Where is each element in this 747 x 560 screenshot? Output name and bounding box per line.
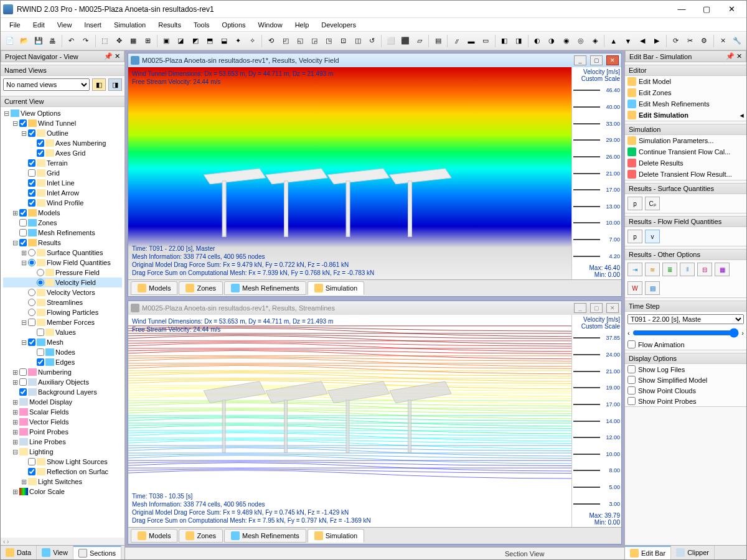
- sim-item[interactable]: Continue Transient Flow Cal...: [625, 146, 746, 157]
- rfq-btn-v[interactable]: v: [645, 230, 660, 243]
- tree-checkbox[interactable]: [28, 458, 35, 465]
- tree-checkbox[interactable]: [37, 149, 44, 157]
- tree-item[interactable]: ⊟Wind Tunnel: [3, 118, 122, 128]
- rsq-btn-Cₚ[interactable]: Cₚ: [645, 197, 660, 210]
- doc-minimize[interactable]: _: [574, 303, 586, 313]
- tree-checkbox[interactable]: [28, 338, 35, 346]
- tree-checkbox[interactable]: [28, 199, 35, 207]
- tree-item[interactable]: ⊞Light Switches: [3, 477, 122, 487]
- doc-titlebar[interactable]: M0025-Plaza Anoeta-sin resultados-rev1*,…: [128, 301, 621, 315]
- toolbar-btn-51[interactable]: ◀: [636, 34, 649, 48]
- toolbar-btn-36[interactable]: ⫽: [450, 34, 463, 48]
- display-option[interactable]: Show Point Probes: [625, 396, 746, 406]
- tree-checkbox[interactable]: [37, 139, 44, 147]
- toolbar-btn-44[interactable]: ◑: [545, 34, 558, 48]
- tree-checkbox[interactable]: [19, 219, 27, 226]
- opt-btn-2[interactable]: ≋: [645, 263, 660, 276]
- tree-checkbox[interactable]: [37, 348, 44, 356]
- tree-item[interactable]: ⊟Results: [3, 238, 122, 248]
- toolbar-btn-28[interactable]: ↺: [365, 34, 378, 48]
- tab-sections[interactable]: Sections: [73, 546, 121, 559]
- toolbar-btn-6[interactable]: ↷: [79, 34, 92, 48]
- tree-checkbox[interactable]: [19, 388, 27, 396]
- tree-item[interactable]: ⊞Vector Fields: [3, 417, 122, 427]
- rfq-btn-p[interactable]: p: [627, 230, 642, 243]
- toolbar-btn-25[interactable]: ◳: [322, 34, 336, 48]
- toolbar-btn-55[interactable]: ✂: [684, 34, 697, 48]
- toolbar-btn-46[interactable]: ◎: [574, 34, 587, 48]
- tree-item[interactable]: ⊟Flow Field Quantities: [3, 258, 122, 268]
- tree-item[interactable]: Values: [3, 327, 122, 337]
- opt-btn-4[interactable]: ⫴: [680, 263, 695, 276]
- opt-btn-1[interactable]: ⇥: [627, 263, 642, 276]
- tree-checkbox[interactable]: [28, 289, 35, 296]
- menu-developers[interactable]: Developers: [315, 20, 362, 30]
- tree-item[interactable]: Pressure Field: [3, 268, 122, 278]
- tree-checkbox[interactable]: [37, 269, 44, 276]
- tree-checkbox[interactable]: [19, 229, 27, 236]
- tree-item[interactable]: ⊟Mesh: [3, 337, 122, 347]
- pin-icon[interactable]: 📌: [104, 52, 113, 60]
- toolbar-btn-2[interactable]: 💾: [32, 34, 45, 48]
- tree-item[interactable]: ⊞Line Probes: [3, 437, 122, 447]
- display-option[interactable]: Show Simplified Model: [625, 375, 746, 385]
- editor-item[interactable]: Edit Mesh Refinements: [625, 98, 746, 110]
- timestep-select[interactable]: T091 - 22.00 [s], Maste: [627, 314, 744, 324]
- tree-item[interactable]: Grid: [3, 168, 122, 178]
- toolbar-btn-8[interactable]: ⬚: [98, 34, 111, 48]
- tree-checkbox[interactable]: [19, 368, 27, 376]
- minimize-button[interactable]: —: [669, 1, 694, 18]
- toolbar-btn-56[interactable]: ⚙: [698, 34, 711, 48]
- opt-btn-grid[interactable]: ▤: [645, 281, 660, 295]
- toolbar-btn-11[interactable]: ⊞: [141, 34, 154, 48]
- toolbar-btn-13[interactable]: ▣: [160, 34, 173, 48]
- menu-window[interactable]: Window: [252, 20, 289, 30]
- flow-animation-checkbox[interactable]: [627, 340, 636, 348]
- tree-checkbox[interactable]: [19, 209, 27, 217]
- editor-item[interactable]: Edit Zones: [625, 87, 746, 98]
- toolbar-btn-5[interactable]: ↶: [65, 34, 78, 48]
- toolbar-btn-32[interactable]: ▱: [413, 34, 426, 48]
- toolbar-btn-1[interactable]: 📂: [17, 34, 31, 48]
- tree-item[interactable]: Mesh Refinements: [3, 228, 122, 238]
- doc-tab-models[interactable]: Models: [131, 529, 177, 543]
- menu-simulation[interactable]: Simulation: [108, 20, 152, 30]
- tree-item[interactable]: ⊞Surface Quantities: [3, 248, 122, 258]
- tree-checkbox[interactable]: [19, 119, 27, 127]
- menu-tools[interactable]: Tools: [187, 20, 216, 30]
- tree-item[interactable]: ⊟View Options: [3, 108, 122, 118]
- doc-close[interactable]: ✕: [606, 55, 619, 65]
- tab-data[interactable]: Data: [1, 546, 37, 559]
- tree-item[interactable]: Velocity Vectors: [3, 287, 122, 297]
- toolbar-btn-27[interactable]: ◫: [351, 34, 364, 48]
- tree-item[interactable]: Terrain: [3, 158, 122, 168]
- toolbar-btn-38[interactable]: ▭: [479, 34, 492, 48]
- tree-item[interactable]: ⊞Scalar Fields: [3, 407, 122, 417]
- toolbar-btn-41[interactable]: ◨: [512, 34, 525, 48]
- toolbar-btn-31[interactable]: ⬛: [398, 34, 411, 48]
- opt-btn-6[interactable]: ▦: [715, 263, 730, 276]
- tree-checkbox[interactable]: [28, 189, 35, 197]
- tree-item[interactable]: ⊟Outline: [3, 128, 122, 138]
- tree-item[interactable]: ⊞Numbering: [3, 367, 122, 377]
- viewport-streamlines[interactable]: Wind Tunnel Dimensions: Dx = 53.653 m, D…: [128, 315, 571, 527]
- tree-item[interactable]: Wind Profile: [3, 198, 122, 208]
- menu-file[interactable]: File: [3, 20, 27, 30]
- scroll-icon[interactable]: ‹ ›: [3, 538, 9, 545]
- doc-maximize[interactable]: ▢: [590, 303, 603, 313]
- doc-tab-simulation[interactable]: Simulation: [308, 281, 364, 295]
- toolbar-btn-34[interactable]: ▤: [431, 34, 444, 48]
- tree-item[interactable]: Velocity Field: [3, 278, 122, 287]
- editor-item[interactable]: Edit Model: [625, 76, 746, 87]
- tree-item[interactable]: Reflection on Surfac: [3, 467, 122, 477]
- tree-item[interactable]: ⊞Point Probes: [3, 427, 122, 437]
- toolbar-btn-47[interactable]: ◈: [588, 34, 601, 48]
- timestep-slider[interactable]: [632, 328, 740, 338]
- display-option-checkbox[interactable]: [627, 397, 636, 405]
- tree-checkbox[interactable]: [37, 358, 44, 366]
- toolbar-btn-0[interactable]: 📄: [3, 34, 16, 48]
- toolbar-btn-22[interactable]: ◰: [280, 34, 293, 48]
- rsq-btn-p[interactable]: p: [627, 197, 642, 210]
- tree-checkbox[interactable]: [28, 169, 35, 177]
- panel-close-icon[interactable]: ✕: [115, 52, 120, 60]
